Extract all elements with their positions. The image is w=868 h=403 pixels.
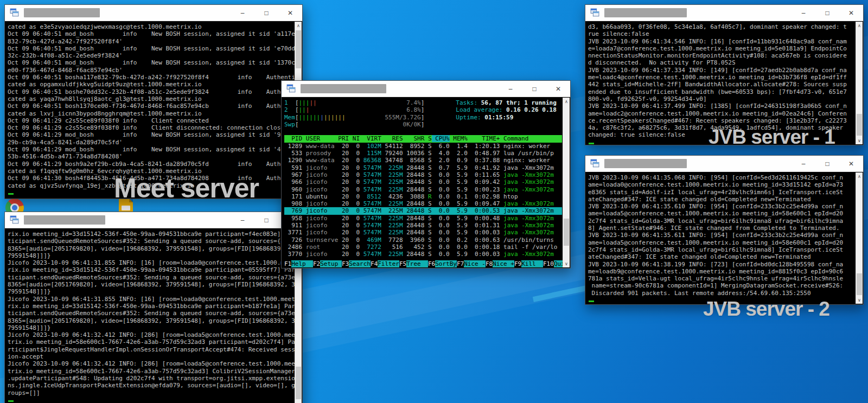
terminal-content: JVB 2023-10-09 06:41:35.068 INFO: [954] … bbox=[586, 172, 863, 304]
maximize-button[interactable]: □ bbox=[254, 5, 278, 21]
terminal-content: cated as e3e5zvyaoiedqzjwewxmasgc@test.1… bbox=[5, 22, 302, 198]
htop-header-meters: 1 [||||| 7.4%]2 [||| 6.8%]Mem[||||||||||… bbox=[284, 99, 570, 128]
scroll-up-icon[interactable]: ∧ bbox=[563, 98, 570, 105]
jvb1-log-text: d3, b66aa093, 0f36fe08, 5c34e1a8, 6af405… bbox=[586, 22, 863, 140]
scrollbar-thumb[interactable] bbox=[564, 219, 569, 246]
scroll-down-icon[interactable]: ∨ bbox=[856, 296, 863, 304]
close-button[interactable]: ✕ bbox=[278, 5, 302, 21]
minimize-button[interactable]: – bbox=[231, 212, 254, 228]
titlebar[interactable]: – □ ✕ bbox=[585, 156, 863, 172]
terminal-cursor bbox=[589, 143, 594, 144]
scroll-up-icon[interactable]: ∧ bbox=[295, 22, 302, 29]
redacted-title bbox=[24, 215, 105, 225]
putty-terminal-icon bbox=[590, 8, 599, 17]
process-row: 958 jicofo 20 0 5747M 225M 28448 S 0.0 5… bbox=[284, 215, 562, 222]
redacted-title bbox=[604, 8, 687, 17]
process-row: 769 jicofo 20 0 5747M 225M 28448 S 0.0 5… bbox=[284, 207, 562, 214]
jicofo-log-text: rix.io meeting_id=33d15142-536f-450e-99a… bbox=[5, 229, 302, 398]
minimize-button[interactable]: – bbox=[499, 81, 522, 97]
putty-terminal-icon bbox=[10, 8, 19, 17]
window-htop-terminal: – □ ✕ 1 [||||| 7.4%]2 [||| 6.8%]Mem[||||… bbox=[281, 80, 571, 268]
process-row: 1289 www-data 20 0 102M 54112 8952 S 6.0… bbox=[284, 143, 562, 150]
scroll-down-icon[interactable]: ∨ bbox=[563, 260, 570, 267]
google-slides-icon-fold bbox=[129, 199, 133, 202]
titlebar[interactable]: – □ ✕ bbox=[5, 212, 302, 228]
process-row: 967 jicofo 20 0 5747M 225M 28448 S 0.0 5… bbox=[284, 171, 562, 178]
process-row: 3770 jicofo 20 0 5747M 225M 28448 S 0.0 … bbox=[284, 251, 562, 258]
terminal-cursor bbox=[8, 193, 14, 195]
putty-terminal-icon bbox=[286, 84, 296, 93]
process-row: 533 prosody 20 0 115M 79240 10036 S 4.0 … bbox=[284, 150, 562, 157]
scrollbar-thumb[interactable] bbox=[296, 30, 301, 68]
close-button[interactable]: ✕ bbox=[546, 81, 570, 97]
terminal-cursor bbox=[8, 400, 14, 402]
jvb2-log-text: JVB 2023-10-09 06:41:35.068 INFO: [954] … bbox=[586, 172, 863, 298]
scrollbar-thumb[interactable] bbox=[857, 273, 862, 295]
process-table-header: PID USER PRI NI VIRT RES SHR S CPU% MEM%… bbox=[284, 135, 562, 142]
htop-function-key-bar: F1Help F2Setup F3SearchF4FilterF5Tree F6… bbox=[284, 260, 562, 267]
putty-terminal-icon bbox=[10, 215, 19, 225]
window-jvb2-terminal: – □ ✕ JVB 2023-10-09 06:41:35.068 INFO: … bbox=[585, 155, 864, 305]
maximize-button[interactable]: □ bbox=[815, 5, 839, 21]
process-row: 966 jicofo 20 0 5747M 225M 28448 S 0.0 5… bbox=[284, 178, 562, 185]
cpu-memory-meters: 1 [||||| 7.4%]2 [||| 6.8%]Mem[||||||||||… bbox=[284, 99, 424, 128]
process-row: 1290 www-data 20 0 86368 34748 8568 S 2.… bbox=[284, 157, 562, 164]
redacted-title bbox=[604, 159, 687, 168]
terminal-cursor bbox=[589, 300, 594, 302]
scroll-down-icon[interactable]: ∨ bbox=[295, 400, 302, 403]
titlebar[interactable]: – □ ✕ bbox=[282, 81, 570, 97]
chrome-icon-center bbox=[10, 203, 19, 212]
titlebar[interactable]: – □ ✕ bbox=[5, 5, 302, 21]
process-row: 591 jicofo 20 0 5747M 225M 28448 S 0.7 5… bbox=[284, 164, 562, 171]
redacted-title bbox=[301, 84, 386, 93]
google-slides-icon-inner bbox=[122, 206, 130, 210]
tasks-load-uptime: Tasks: 56, 87 thr; 1 runningLoad average… bbox=[456, 99, 556, 128]
putty-terminal-icon bbox=[590, 159, 599, 168]
htop-content: 1 [||||| 7.4%]2 [||| 6.8%]Mem[||||||||||… bbox=[282, 98, 570, 267]
maximize-button[interactable]: □ bbox=[522, 81, 546, 97]
scrollbar[interactable]: ∧ ∨ bbox=[856, 22, 863, 144]
maximize-button[interactable]: □ bbox=[815, 156, 839, 171]
process-table-rows: 1289 www-data 20 0 102M 54112 8952 S 6.0… bbox=[284, 143, 570, 258]
process-row: 3771 jicofo 20 0 5747M 225M 28448 S 0.0 … bbox=[284, 229, 562, 236]
window-jicofo-terminal: – □ ✕ rix.io meeting_id=33d15142-536f-45… bbox=[4, 212, 303, 403]
scrollbar[interactable]: ∧ ∨ bbox=[563, 98, 570, 267]
window-jvb1-terminal: – □ ✕ d3, b66aa093, 0f36fe08, 5c34e1a8, … bbox=[585, 4, 864, 145]
titlebar[interactable]: – □ ✕ bbox=[585, 5, 863, 21]
scroll-up-icon[interactable]: ∧ bbox=[856, 172, 863, 180]
minimize-button[interactable]: – bbox=[231, 5, 254, 21]
process-row: 908 jicofo 20 0 5747M 225M 28448 S 0.0 5… bbox=[284, 200, 562, 207]
terminal-content: rix.io meeting_id=33d15142-536f-450e-99a… bbox=[5, 229, 302, 403]
window-meet-server-terminal: – □ ✕ cated as e3e5zvyaoiedqzjwewxmasgc@… bbox=[4, 4, 303, 199]
process-row: 2486 root 20 0 7272 516 452 S 0.0 0.0 0:… bbox=[284, 244, 562, 251]
scrollbar[interactable]: ∧ ∨ bbox=[856, 172, 863, 304]
terminal-content: d3, b66aa093, 0f36fe08, 5c34e1a8, 6af405… bbox=[586, 22, 863, 144]
scrollbar-thumb[interactable] bbox=[296, 367, 301, 399]
scrollbar-thumb[interactable] bbox=[857, 114, 862, 136]
htop-screen: 1 [||||| 7.4%]2 [||| 6.8%]Mem[||||||||||… bbox=[282, 98, 570, 267]
process-row: 171 ubuntu 20 0 8512 4236 3088 R 0.0 0.1… bbox=[284, 193, 562, 200]
minimize-button[interactable]: – bbox=[792, 156, 815, 171]
close-button[interactable]: ✕ bbox=[839, 5, 863, 21]
redacted-title bbox=[24, 8, 100, 17]
maximize-button[interactable]: □ bbox=[254, 212, 278, 228]
scroll-up-icon[interactable]: ∧ bbox=[856, 22, 863, 29]
minimize-button[interactable]: – bbox=[792, 5, 815, 21]
scroll-down-icon[interactable]: ∨ bbox=[856, 137, 863, 144]
close-button[interactable]: ✕ bbox=[839, 156, 863, 171]
prosody-log-text: cated as e3e5zvyaoiedqzjwewxmasgc@test.1… bbox=[5, 22, 302, 191]
process-row: 911 jicofo 20 0 5747M 225M 28448 S 0.0 5… bbox=[284, 222, 562, 229]
process-row: 960 jicofo 20 0 5747M 225M 28448 S 0.0 5… bbox=[284, 186, 562, 193]
process-row: 726 turnserve 20 0 469M 7728 3960 S 0.0 … bbox=[284, 236, 562, 244]
